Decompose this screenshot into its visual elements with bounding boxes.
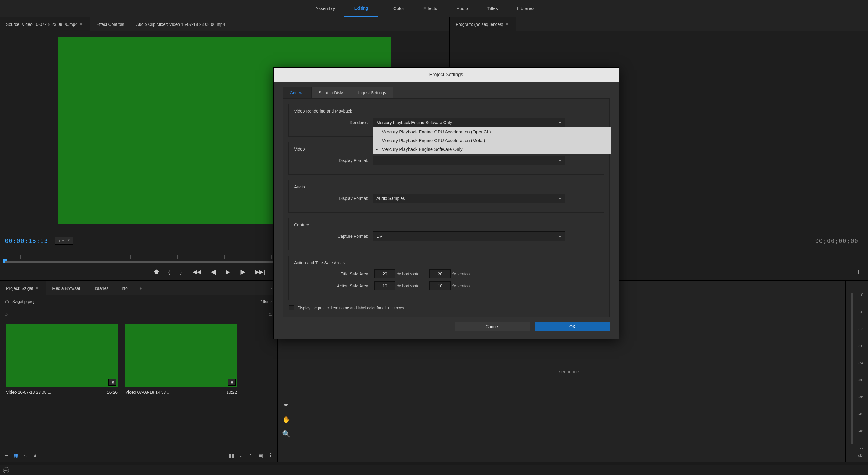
bin-icon: 🗀 [5,299,9,304]
panel-menu-icon[interactable]: ≡ [78,22,84,27]
video-audio-badge-icon: ⊞ [108,379,116,385]
step-back-icon[interactable]: ◀| [211,269,216,275]
hand-tool-icon[interactable]: ✋ [282,416,290,423]
tab-audio-clip-mixer[interactable]: Audio Clip Mixer: Video 16-07-18 23 08 0… [130,17,231,31]
audio-meter-panel: 0 -6 -12 -18 -24 -30 -36 -42 -48 - - dB [845,280,868,462]
checkbox-icon[interactable] [289,305,294,310]
tab-project[interactable]: Project: Sziget ≡ [0,281,46,295]
button-editor-icon[interactable]: ＋ [855,267,868,276]
section-title: Capture [294,223,598,227]
find-icon[interactable]: ⌕ [240,453,243,458]
meter-tick: -36 [854,395,863,399]
cancel-button[interactable]: Cancel [455,322,530,331]
tab-info[interactable]: Info [115,281,133,295]
pen-tool-icon[interactable]: ✒ [283,401,289,409]
dialog-tab-scratch-disks[interactable]: Scratch Disks [312,87,351,98]
audio-display-format-dropdown[interactable]: Audio Samples [373,194,565,203]
title-safe-horizontal-input[interactable] [374,269,396,278]
meter-tick: -30 [854,378,863,382]
workspace-color[interactable]: Color [384,0,414,16]
project-thumbnails: ⊞ Video 16-07-18 23 08 ... 16:26 ⊞ Video… [0,321,277,448]
sort-icon[interactable]: ▲ [33,453,38,458]
tab-project-label: Project: Sziget [6,286,33,291]
search-icon[interactable]: ⌕ [5,311,8,317]
renderer-option-metal[interactable]: Mercury Playback Engine GPU Acceleration… [373,136,611,145]
list-view-icon[interactable]: ☰ [4,453,8,459]
clip-thumbnail: ⊞ [6,324,118,387]
tab-libraries[interactable]: Libraries [87,281,115,295]
source-timecode[interactable]: 00:00:15:13 [5,237,48,244]
project-header: 🗀 Sziget.prproj 2 Items [0,295,277,307]
workspace-audio[interactable]: Audio [447,0,477,16]
workspace-bar: Assembly Editing ≡ Color Effects Audio T… [0,0,868,17]
meter-tick: -24 [854,361,863,365]
go-to-out-icon[interactable]: ▶▶| [255,269,265,275]
mark-in-icon[interactable]: { [168,269,170,275]
video-audio-badge-icon: ⊞ [228,379,236,385]
step-forward-icon[interactable]: |▶ [240,269,246,275]
new-item-icon[interactable]: ▣ [258,453,263,459]
video-display-format-label: Display Format: [294,158,373,163]
unit-label: % vertical [453,283,471,289]
workspace-overflow-button[interactable]: » [850,0,868,16]
meter-tick: -6 [854,310,863,314]
workspace-menu-icon[interactable]: ≡ [378,6,384,10]
icon-view-icon[interactable]: ▦ [14,453,19,459]
workspace-titles[interactable]: Titles [478,0,507,16]
unit-label: % vertical [453,272,471,276]
zoom-fit-dropdown[interactable]: Fit [55,237,73,245]
workspace-libraries[interactable]: Libraries [507,0,544,16]
workspace-assembly[interactable]: Assembly [306,0,344,16]
renderer-option-opencl[interactable]: Mercury Playback Engine GPU Acceleration… [373,127,611,136]
renderer-dropdown[interactable]: Mercury Playback Engine Software Only [373,118,565,127]
tab-program[interactable]: Program: (no sequences) ≡ [450,17,516,31]
trash-icon[interactable]: 🗑 [268,453,273,458]
renderer-dropdown-list[interactable]: Mercury Playback Engine GPU Acceleration… [373,127,611,154]
video-display-format-dropdown[interactable] [373,156,565,165]
zoom-tool-icon[interactable]: 🔍 [282,430,290,438]
mark-out-icon[interactable]: } [180,269,182,275]
panel-menu-icon[interactable]: ≡ [33,286,40,291]
section-safe-areas: Action and Title Safe Areas Title Safe A… [288,256,604,300]
meter-tick: -12 [854,327,863,331]
audio-display-format-label: Display Format: [294,196,373,201]
new-bin-icon[interactable]: 🗀 [248,453,253,458]
dialog-tab-ingest-settings[interactable]: Ingest Settings [351,87,393,98]
dialog-title: Project Settings [274,68,619,81]
meter-unit-label: dB [858,453,863,457]
section-title: Audio [294,184,598,189]
play-icon[interactable]: ▶ [226,269,230,275]
display-name-color-checkbox-row[interactable]: Display the project item name and label … [289,305,603,310]
audio-meter-scale: 0 -6 -12 -18 -24 -30 -36 -42 -48 - - [854,293,863,450]
action-safe-horizontal-input[interactable] [374,281,396,291]
workspace-editing[interactable]: Editing [344,0,378,16]
meter-tick: -48 [854,429,863,433]
ok-button[interactable]: OK [535,322,610,331]
renderer-option-software[interactable]: Mercury Playback Engine Software Only [373,145,611,154]
filter-bin-icon[interactable]: 🗀 [269,312,273,317]
tab-effects-trunc[interactable]: E [134,281,149,295]
freeform-view-icon[interactable]: ▱ [24,453,27,459]
panel-menu-icon[interactable]: ≡ [503,22,510,27]
project-clip[interactable]: ⊞ Video 07-08-18 14 53 ... 10:22 [125,324,237,395]
action-safe-vertical-input[interactable] [430,281,451,291]
project-tabbar: Project: Sziget ≡ Media Browser Librarie… [0,281,277,295]
clip-duration: 16:26 [107,390,118,395]
section-capture: Capture Capture Format: DV [288,218,604,250]
meter-tick: -18 [854,344,863,348]
clip-thumbnail: ⊞ [125,324,237,387]
title-safe-vertical-input[interactable] [430,269,451,278]
project-clip[interactable]: ⊞ Video 16-07-18 23 08 ... 16:26 [6,324,118,395]
automate-icon[interactable]: ▮▮ [229,453,234,459]
program-timecode[interactable]: 00;00;00;00 [815,237,863,244]
add-marker-icon[interactable]: ⬟ [154,269,159,275]
tab-media-browser[interactable]: Media Browser [46,281,86,295]
go-to-in-icon[interactable]: |◀◀ [191,269,201,275]
creative-cloud-icon[interactable] [3,467,9,473]
tab-source[interactable]: Source: Video 16-07-18 23 08 06.mp4 ≡ [0,17,90,31]
dialog-tab-general[interactable]: General [283,87,312,98]
tabs-overflow-icon[interactable]: » [437,22,449,27]
tab-effect-controls[interactable]: Effect Controls [90,17,130,31]
workspace-effects[interactable]: Effects [414,0,447,16]
capture-format-dropdown[interactable]: DV [373,232,565,241]
